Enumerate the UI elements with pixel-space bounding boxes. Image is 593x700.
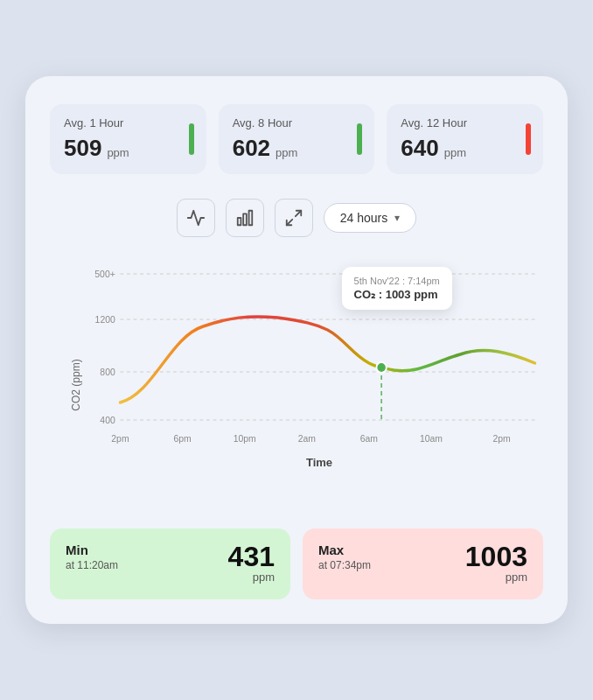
time-dropdown[interactable]: 24 hours ▾ (324, 203, 416, 233)
bottom-value-max: 1003 (465, 542, 527, 570)
stat-card-12hr: Avg. 12 Hour 640 ppm (387, 104, 543, 174)
svg-text:6am: 6am (360, 433, 378, 444)
stat-unit-12hr: ppm (444, 146, 466, 159)
svg-text:1200: 1200 (95, 314, 115, 325)
svg-text:10am: 10am (420, 433, 443, 444)
bottom-sub-min: at 11:20am (66, 559, 118, 571)
chevron-down-icon: ▾ (394, 212, 400, 224)
bottom-sub-max: at 07:34pm (318, 559, 371, 571)
stat-indicator-8hr (357, 123, 362, 155)
svg-line-3 (296, 211, 301, 216)
stat-label-1hr: Avg. 1 Hour (64, 116, 192, 130)
stat-label-8hr: Avg. 8 Hour (233, 116, 361, 130)
bottom-label-min: Min (66, 542, 118, 557)
expand-btn[interactable] (275, 199, 313, 237)
stat-unit-8hr: ppm (276, 146, 297, 159)
tooltip-value: CO₂ : 1003 ppm (354, 288, 440, 301)
svg-rect-1 (243, 214, 247, 225)
bottom-unit-max: ppm (506, 570, 527, 584)
stat-value-8hr: 602 (233, 135, 270, 162)
chart-area: 5th Nov'22 : 7:14pm CO₂ : 1003 ppm (95, 258, 543, 451)
stat-unit-1hr: ppm (107, 146, 129, 159)
bottom-value-min: 431 (228, 542, 275, 570)
svg-text:2am: 2am (298, 433, 316, 444)
stat-label-12hr: Avg. 12 Hour (401, 116, 529, 130)
svg-line-4 (287, 220, 292, 225)
chart-container: CO2 (ppm) 5th Nov'22 : 7:14pm CO₂ : 1003… (50, 258, 543, 511)
bottom-label-max: Max (318, 542, 371, 557)
time-dropdown-label: 24 hours (340, 211, 387, 225)
stat-indicator-1hr (189, 123, 194, 155)
stat-card-1hr: Avg. 1 Hour 509 ppm (50, 104, 206, 174)
stat-value-1hr: 509 (64, 135, 101, 162)
line-chart-btn[interactable] (177, 199, 215, 237)
chart-dot (376, 362, 386, 373)
main-card: Avg. 1 Hour 509 ppm Avg. 8 Hour 602 ppm … (25, 76, 568, 624)
bar-chart-icon (235, 208, 255, 228)
svg-text:10pm: 10pm (234, 433, 256, 444)
stat-indicator-12hr (526, 123, 531, 155)
chart-tooltip: 5th Nov'22 : 7:14pm CO₂ : 1003 ppm (342, 267, 452, 310)
line-chart-icon (186, 208, 206, 228)
bottom-card-max: Max at 07:34pm 1003 ppm (303, 528, 543, 599)
svg-text:1500+: 1500+ (95, 269, 115, 279)
svg-text:400: 400 (100, 415, 115, 425)
svg-text:2pm: 2pm (111, 433, 129, 444)
chart-y-label: CO2 (ppm) (70, 359, 82, 410)
chart-x-label: Time (95, 456, 543, 469)
stat-card-8hr: Avg. 8 Hour 602 ppm (219, 104, 375, 174)
controls-row: 24 hours ▾ (50, 199, 543, 237)
chart-svg: 1500+ 1200 800 400 2pm 6pm 10pm 2am 6am … (95, 258, 543, 451)
stat-value-12hr: 640 (401, 135, 438, 162)
svg-text:6pm: 6pm (173, 433, 191, 444)
bar-chart-btn[interactable] (226, 199, 264, 237)
svg-rect-0 (238, 218, 241, 225)
chart-line (120, 317, 534, 402)
tooltip-date: 5th Nov'22 : 7:14pm (354, 276, 440, 286)
stats-row: Avg. 1 Hour 509 ppm Avg. 8 Hour 602 ppm … (50, 104, 543, 174)
bottom-unit-min: ppm (253, 570, 275, 584)
bottom-card-min: Min at 11:20am 431 ppm (50, 528, 290, 599)
svg-text:800: 800 (100, 367, 115, 377)
svg-text:2pm: 2pm (492, 433, 510, 444)
svg-rect-2 (248, 211, 252, 226)
bottom-stats: Min at 11:20am 431 ppm Max at 07:34pm 10… (50, 528, 543, 599)
expand-icon (284, 208, 303, 228)
